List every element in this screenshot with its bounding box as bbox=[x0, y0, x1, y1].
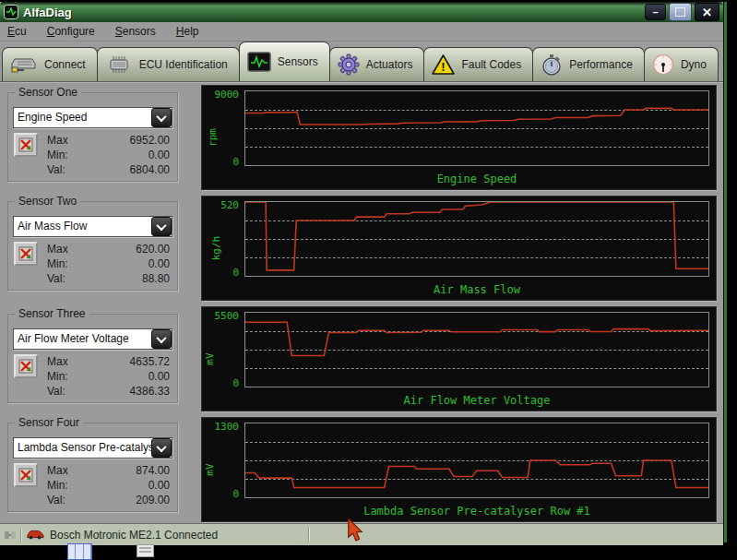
val-label: Val: bbox=[47, 163, 65, 177]
reset-minmax-icon bbox=[18, 468, 33, 483]
tab-sensors[interactable]: Sensors bbox=[239, 42, 330, 81]
menu-sensors[interactable]: Sensors bbox=[115, 25, 156, 38]
tab-label: Connect bbox=[44, 58, 86, 71]
warning-icon: ! bbox=[432, 54, 455, 75]
max-label: Max bbox=[47, 134, 68, 148]
reset-minmax-button[interactable] bbox=[14, 354, 38, 378]
min-value: 0.00 bbox=[149, 479, 170, 493]
selected-sensor-value: Lambda Sensor Pre-catalyser Row bbox=[14, 438, 151, 458]
tab-connect[interactable]: Connect bbox=[2, 47, 98, 81]
mouse-cursor-icon bbox=[347, 518, 363, 542]
svg-text:!: ! bbox=[442, 60, 446, 74]
main-area: Sensor One Engine Speed Max6952.00 Min:0… bbox=[0, 82, 723, 523]
selected-sensor-value: Air Mass Flow bbox=[14, 217, 151, 236]
max-label: Max bbox=[47, 243, 68, 256]
tab-fault-codes[interactable]: ! Fault Codes bbox=[423, 47, 533, 81]
min-label: Min: bbox=[47, 257, 68, 271]
air-mass-flow-chart: 520 kg/h 0 Air Mass Flow bbox=[201, 196, 717, 301]
reset-minmax-button[interactable] bbox=[14, 463, 38, 487]
toolbar: Connect ECU Identification bbox=[0, 42, 723, 82]
max-label: Max bbox=[47, 355, 68, 369]
max-value: 4635.72 bbox=[130, 355, 170, 369]
tab-ecu-identification[interactable]: ECU Identification bbox=[97, 47, 240, 81]
min-value: 0.00 bbox=[149, 149, 170, 162]
selected-sensor-value: Engine Speed bbox=[14, 108, 151, 127]
app-window: AlfaDiag – ✕ Ecu Configure Sensors Help bbox=[0, 2, 723, 542]
dropdown-arrow-icon[interactable] bbox=[151, 217, 172, 236]
tab-label: Performance bbox=[569, 58, 633, 71]
gauge-icon bbox=[652, 54, 674, 76]
plot-area bbox=[244, 312, 709, 387]
status-connection-icon bbox=[4, 529, 17, 542]
y-axis-unit-label: kg/h bbox=[210, 236, 222, 261]
y-axis-min-label: 0 bbox=[202, 488, 239, 500]
chart-title: Engine Speed bbox=[244, 173, 709, 185]
val-label: Val: bbox=[47, 494, 65, 507]
y-axis-unit-label: mV bbox=[204, 352, 216, 364]
minimize-button[interactable]: – bbox=[645, 4, 666, 20]
maximize-icon bbox=[675, 7, 685, 17]
max-value: 6952.00 bbox=[130, 134, 170, 148]
plot-area bbox=[244, 423, 709, 498]
menu-ecu[interactable]: Ecu bbox=[7, 25, 27, 38]
chart-title: Lambda Sensor Pre-catalyser Row #1 bbox=[244, 505, 709, 518]
reset-minmax-button[interactable] bbox=[14, 242, 38, 266]
close-button[interactable]: ✕ bbox=[695, 3, 719, 21]
tab-dyno[interactable]: Dyno bbox=[644, 47, 719, 81]
taskbar-window-icon[interactable] bbox=[67, 543, 92, 560]
y-axis-unit-label: rpm bbox=[207, 128, 219, 147]
minimize-icon: – bbox=[652, 7, 658, 18]
menu-configure[interactable]: Configure bbox=[47, 25, 95, 38]
lambda-sensor-chart: 1300 mV 0 Lambda Sensor Pre-catalyser Ro… bbox=[201, 417, 717, 522]
title-bar[interactable]: AlfaDiag – ✕ bbox=[0, 2, 723, 22]
window-title: AlfaDiag bbox=[23, 6, 72, 19]
sensor-panel-title: Sensor Two bbox=[15, 195, 80, 208]
dropdown-arrow-icon[interactable] bbox=[151, 329, 172, 349]
val-value: 209.00 bbox=[136, 494, 170, 507]
oscilloscope-icon bbox=[247, 52, 271, 72]
tab-label: Dyno bbox=[681, 58, 707, 71]
sensor-four-panel: Sensor Four Lambda Sensor Pre-catalyser … bbox=[7, 423, 178, 512]
val-label: Val: bbox=[47, 385, 65, 399]
reset-minmax-button[interactable] bbox=[14, 133, 38, 157]
selected-sensor-value: Air Flow Meter Voltage bbox=[14, 329, 151, 349]
app-waveform-icon bbox=[4, 5, 18, 19]
chart-title: Air Flow Meter Voltage bbox=[244, 394, 709, 407]
chip-icon bbox=[105, 54, 133, 75]
car-icon bbox=[26, 529, 44, 541]
sensor-one-dropdown[interactable]: Engine Speed bbox=[13, 107, 172, 128]
plot-area bbox=[244, 90, 709, 166]
y-axis-unit-label: mV bbox=[204, 463, 216, 475]
dropdown-arrow-icon[interactable] bbox=[151, 438, 172, 458]
sensor-panel-title: Sensor Three bbox=[15, 307, 89, 320]
y-axis-min-label: 0 bbox=[202, 377, 239, 389]
sensor-two-panel: Sensor Two Air Mass Flow Max620.00 Min:0… bbox=[7, 201, 178, 291]
tab-actuators[interactable]: Actuators bbox=[329, 47, 425, 81]
sensor-four-dropdown[interactable]: Lambda Sensor Pre-catalyser Row bbox=[13, 437, 172, 459]
sensor-panel-title: Sensor Four bbox=[15, 416, 83, 429]
y-axis-max-label: 5500 bbox=[202, 310, 239, 322]
sensor-one-panel: Sensor One Engine Speed Max6952.00 Min:0… bbox=[7, 92, 178, 182]
val-label: Val: bbox=[47, 272, 65, 286]
y-axis-max-label: 9000 bbox=[202, 89, 239, 101]
tab-label: Sensors bbox=[278, 55, 318, 68]
min-label: Min: bbox=[47, 479, 68, 493]
reset-minmax-icon bbox=[18, 359, 33, 374]
reset-minmax-icon bbox=[18, 137, 33, 152]
dropdown-arrow-icon[interactable] bbox=[151, 108, 172, 127]
sensor-two-dropdown[interactable]: Air Mass Flow bbox=[13, 216, 172, 237]
val-value: 88.80 bbox=[142, 272, 170, 286]
menu-bar: Ecu Configure Sensors Help bbox=[0, 22, 723, 42]
engine-speed-chart: 9000 rpm 0 Engine Speed bbox=[201, 85, 717, 190]
y-axis-min-label: 0 bbox=[202, 267, 239, 279]
tab-label: ECU Identification bbox=[139, 58, 228, 71]
menu-help[interactable]: Help bbox=[176, 25, 199, 38]
tab-performance[interactable]: Performance bbox=[532, 47, 645, 81]
y-axis-max-label: 1300 bbox=[202, 421, 239, 433]
sensor-three-dropdown[interactable]: Air Flow Meter Voltage bbox=[13, 328, 172, 350]
reset-minmax-icon bbox=[18, 246, 33, 261]
taskbar-document-icon[interactable] bbox=[137, 544, 154, 557]
air-flow-meter-voltage-chart: 5500 mV 0 Air Flow Meter Voltage bbox=[201, 306, 717, 411]
gear-icon bbox=[338, 54, 360, 76]
maximize-button[interactable] bbox=[669, 3, 692, 21]
